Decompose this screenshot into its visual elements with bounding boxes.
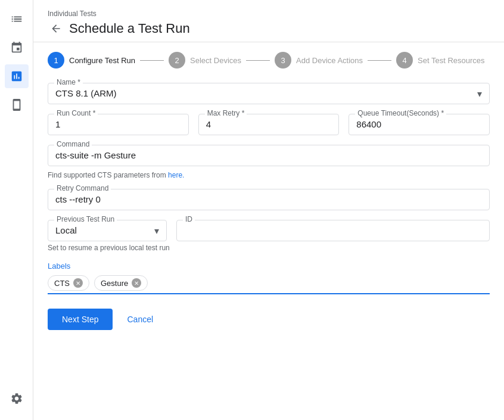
previous-id-fields: Previous Test Run Local ▾ ID bbox=[48, 220, 490, 241]
step-connector-3 bbox=[368, 60, 391, 61]
page-title: Schedule a Test Run bbox=[69, 21, 190, 36]
chip-gesture-text: Gesture bbox=[101, 279, 128, 288]
retry-command-label: Retry Command bbox=[54, 184, 111, 192]
previous-test-run-select[interactable]: Local bbox=[55, 225, 159, 235]
step-1-label: Configure Test Run bbox=[69, 56, 135, 65]
id-label: ID bbox=[183, 215, 195, 223]
form-area: Name * CTS 8.1 (ARM) ▾ Run Count * Max R… bbox=[33, 78, 504, 344]
id-input[interactable] bbox=[184, 225, 482, 235]
max-retry-input[interactable] bbox=[206, 119, 332, 129]
chip-gesture-remove[interactable]: ✕ bbox=[132, 278, 141, 288]
phone-icon bbox=[10, 98, 23, 111]
step-1: 1 Configure Test Run bbox=[48, 52, 135, 69]
chip-cts-text: CTS bbox=[54, 279, 70, 288]
run-count-input[interactable] bbox=[55, 119, 181, 129]
labels-chips: CTS ✕ Gesture ✕ bbox=[48, 275, 490, 294]
breadcrumb: Individual Tests bbox=[48, 10, 490, 18]
calendar-icon bbox=[10, 41, 23, 54]
help-text: Find supported CTS parameters from here. bbox=[48, 171, 490, 179]
queue-timeout-input[interactable] bbox=[356, 119, 482, 129]
list-icon bbox=[10, 13, 23, 26]
step-2: 2 Select Devices bbox=[169, 52, 241, 69]
step-2-circle: 2 bbox=[169, 52, 185, 69]
button-row: Next Step Cancel bbox=[48, 304, 490, 330]
command-label: Command bbox=[54, 140, 92, 148]
count-row: Run Count * Max Retry * Queue Timeout(Se… bbox=[48, 114, 490, 135]
main-content: Individual Tests Schedule a Test Run 1 C… bbox=[33, 0, 504, 420]
retry-command-field: Retry Command bbox=[48, 189, 490, 210]
sidebar-item-chart[interactable] bbox=[5, 64, 29, 88]
previous-test-run-field: Previous Test Run Local ▾ bbox=[48, 220, 167, 241]
chip-cts: CTS ✕ bbox=[48, 275, 89, 291]
step-3: 3 Add Device Actions bbox=[275, 52, 363, 69]
max-retry-label: Max Retry * bbox=[205, 109, 247, 117]
back-button[interactable] bbox=[48, 20, 64, 37]
name-field: Name * CTS 8.1 (ARM) ▾ bbox=[48, 83, 490, 104]
chip-cts-remove[interactable]: ✕ bbox=[73, 278, 83, 288]
step-connector-1 bbox=[140, 60, 164, 61]
labels-title: Labels bbox=[48, 262, 490, 270]
step-4-circle: 4 bbox=[396, 52, 413, 69]
stepper: 1 Configure Test Run 2 Select Devices 3 … bbox=[33, 42, 504, 78]
command-input[interactable] bbox=[55, 150, 482, 160]
help-link[interactable]: here. bbox=[168, 171, 184, 179]
max-retry-field: Max Retry * bbox=[198, 114, 340, 135]
cancel-button[interactable]: Cancel bbox=[122, 309, 158, 330]
step-4-label: Set Test Resources bbox=[418, 56, 484, 65]
queue-timeout-label: Queue Timeout(Seconds) * bbox=[355, 109, 446, 117]
sidebar-item-list[interactable] bbox=[5, 7, 29, 31]
sidebar-item-calendar[interactable] bbox=[5, 36, 29, 60]
page-title-row: Schedule a Test Run bbox=[48, 20, 490, 37]
step-connector-2 bbox=[246, 60, 270, 61]
back-icon bbox=[50, 23, 62, 35]
chart-icon bbox=[10, 70, 23, 83]
set-to-resume-text: Set to resume a previous local test run bbox=[48, 244, 490, 252]
command-field: Command bbox=[48, 145, 490, 166]
step-3-label: Add Device Actions bbox=[296, 56, 363, 65]
header: Individual Tests Schedule a Test Run bbox=[33, 0, 504, 42]
step-1-circle: 1 bbox=[48, 52, 64, 69]
sidebar bbox=[0, 0, 33, 420]
next-step-button[interactable]: Next Step bbox=[48, 309, 113, 330]
id-field: ID bbox=[176, 220, 490, 241]
run-count-field: Run Count * bbox=[48, 114, 189, 135]
name-label: Name * bbox=[54, 78, 83, 86]
step-3-circle: 3 bbox=[275, 52, 291, 69]
settings-icon bbox=[10, 392, 23, 405]
chip-gesture: Gesture ✕ bbox=[94, 275, 148, 291]
retry-command-input[interactable] bbox=[55, 194, 482, 204]
labels-section: Labels CTS ✕ Gesture ✕ bbox=[48, 262, 490, 294]
queue-timeout-field: Queue Timeout(Seconds) * bbox=[349, 114, 490, 135]
name-select[interactable]: CTS 8.1 (ARM) bbox=[55, 88, 482, 98]
previous-id-row: Previous Test Run Local ▾ ID Set to resu… bbox=[48, 220, 490, 252]
previous-test-run-label: Previous Test Run bbox=[54, 215, 117, 223]
step-4: 4 Set Test Resources bbox=[396, 52, 484, 69]
step-2-label: Select Devices bbox=[190, 56, 241, 65]
run-count-label: Run Count * bbox=[54, 109, 98, 117]
sidebar-item-phone[interactable] bbox=[5, 93, 29, 117]
sidebar-item-settings[interactable] bbox=[5, 387, 29, 410]
